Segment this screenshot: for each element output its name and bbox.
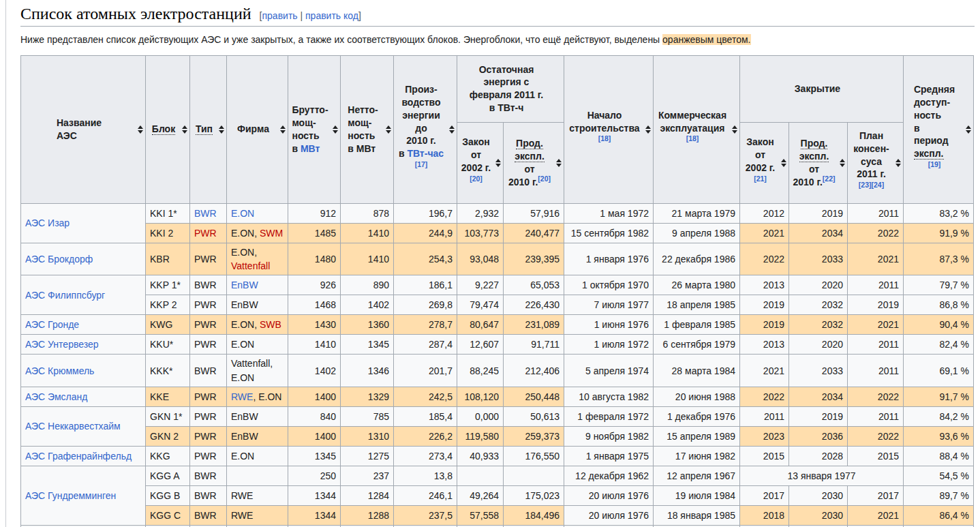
cell-commercial-operation: 26 марта 1980: [654, 275, 740, 295]
header-block[interactable]: Блок: [146, 55, 190, 203]
ref-link[interactable]: [20]: [470, 175, 483, 183]
cell-gross-power: 1400: [288, 387, 341, 406]
cell-consensus-plan: 2011: [848, 275, 904, 295]
firm-link[interactable]: SWB: [260, 319, 281, 330]
edit-source-link[interactable]: править код: [305, 10, 358, 21]
header-construction-start[interactable]: Начало строительства [18]: [564, 55, 654, 203]
cell-residual-extension: 50,613: [504, 406, 564, 426]
header-production[interactable]: Произ- водство энергии до 2010 г. в ТВт-…: [394, 55, 457, 203]
cell-gross-power: 1485: [288, 223, 341, 243]
cell-firm: Vattenfall, E.ON: [227, 355, 288, 387]
plant-link[interactable]: АЭС Крюммель: [25, 365, 94, 376]
table-row: АЭС ГрондеKWGPWRE.ON, SWB14301360278,780…: [21, 315, 974, 335]
header-closure-law-2002[interactable]: Закон от 2002 г. [21]: [740, 122, 789, 203]
table-row: АЭС ИзарKKI 1*BWRE.ON912878196,72,93257,…: [21, 203, 974, 223]
ref-link[interactable]: [22]: [823, 175, 836, 183]
table-row: KKI 2PWRE.ON, SWM14851410244,9103,773240…: [21, 223, 974, 243]
plants-table: Название АЭС Блок Тип Фирма: [20, 55, 974, 527]
cell-closure-law: 2011: [740, 406, 789, 426]
header-plant-name[interactable]: Название АЭС: [21, 55, 146, 203]
firm-link[interactable]: Vattenfall: [231, 260, 270, 271]
firm-link[interactable]: SWM: [260, 228, 283, 239]
cell-firm: EnBW: [227, 406, 288, 426]
cell-residual-law: 49,264: [457, 485, 504, 505]
sort-arrow-icon: [449, 125, 455, 134]
plant-link[interactable]: АЭС Брокдорф: [25, 254, 93, 265]
firm-text: EnBW: [231, 431, 258, 442]
cell-type: BWR: [190, 485, 227, 505]
plant-link[interactable]: АЭС Гронде: [25, 319, 79, 330]
reactor-type-link[interactable]: BWR: [194, 208, 217, 219]
sort-arrow-icon: [280, 125, 286, 134]
content-left-border: [5, 0, 6, 527]
header-consensus-plan-2011[interactable]: План консен- суса 2011 г. [23][24]: [848, 122, 904, 203]
cell-consensus-plan: 2021: [848, 505, 904, 525]
cell-block: KKK*: [146, 355, 190, 387]
firm-text: E.ON,: [231, 319, 260, 330]
cell-net-power: 1310: [341, 426, 394, 446]
plant-link[interactable]: АЭС Унтервезер: [25, 339, 99, 350]
header-residual-law-2002[interactable]: Закон от 2002 г. [20]: [457, 122, 504, 203]
header-gross-power[interactable]: Брутто- мощ- ность в МВт: [288, 55, 341, 203]
mw-link[interactable]: МВт: [301, 143, 320, 154]
ref-link[interactable]: [19]: [928, 161, 941, 169]
firm-text: Vattenfall, E.ON: [231, 358, 273, 382]
firm-link[interactable]: EnBW: [231, 280, 258, 290]
cell-closure-law: 2012: [740, 203, 789, 223]
cell-consensus-plan: 2011: [848, 355, 904, 387]
cell-production: 226,2: [394, 426, 457, 446]
cell-gross-power: 1400: [288, 426, 341, 446]
cell-commercial-operation: 17 июня 1982: [654, 446, 740, 466]
cell-construction-start: 12 декабря 1962: [564, 466, 654, 485]
cell-net-power: 1345: [341, 335, 394, 355]
header-type[interactable]: Тип: [190, 55, 227, 203]
plant-link[interactable]: АЭС Графенрайнфельд: [25, 451, 132, 462]
cell-net-power: 1346: [341, 355, 394, 387]
plant-link[interactable]: АЭС Филиппсбург: [25, 290, 105, 301]
cell-residual-law: 88,245: [457, 355, 504, 387]
cell-firm: E.ON: [227, 446, 288, 466]
cell-block: KKI 2: [146, 223, 190, 243]
ref-link[interactable]: [24]: [872, 181, 885, 190]
ref-link[interactable]: [23]: [859, 181, 872, 190]
ref-link[interactable]: [21]: [754, 175, 767, 183]
reactor-type-link[interactable]: PWR: [194, 228, 217, 239]
plant-link[interactable]: АЭС Неккарвестхайм: [25, 421, 121, 432]
header-closure-extension-2010[interactable]: Прод. экспл. от 2010 г.[22]: [789, 122, 848, 203]
twt-link[interactable]: ТВт-час: [407, 148, 444, 159]
reactor-type-text: PWR: [194, 431, 217, 442]
firm-text: E.ON,: [231, 247, 257, 258]
cell-availability: 89,7 %: [904, 485, 974, 505]
cell-type: PWR: [190, 243, 227, 275]
cell-firm: EnBW: [227, 426, 288, 446]
ref-link[interactable]: [18]: [686, 135, 699, 143]
plant-link[interactable]: АЭС Изар: [25, 217, 70, 228]
cell-type: PWR: [190, 446, 227, 466]
firm-link[interactable]: E.ON: [231, 208, 254, 219]
header-residual-extension-2010[interactable]: Прод. экспл. от 2010 г.[20]: [504, 122, 564, 203]
table-row: АЭС УнтервезерKKU*PWRE.ON14101345287,412…: [21, 335, 974, 355]
cell-block: KKE: [146, 387, 190, 406]
header-firm[interactable]: Фирма: [227, 55, 288, 203]
reactor-type-text: PWR: [194, 339, 217, 350]
ref-link[interactable]: [17]: [415, 161, 428, 169]
edit-link[interactable]: править: [262, 10, 297, 21]
cell-construction-start: 9 ноября 1982: [564, 426, 654, 446]
reactor-type-text: PWR: [194, 411, 217, 422]
header-commercial-operation[interactable]: Коммерческая эксплуатация [18]: [654, 55, 740, 203]
cell-residual-law: 79,474: [457, 295, 504, 315]
header-availability[interactable]: Средняя доступ- ность в период экспл. [1…: [904, 55, 974, 203]
plant-link[interactable]: АЭС Гундремминген: [25, 490, 116, 501]
cell-residual-law: 108,120: [457, 387, 504, 406]
firm-text: E.ON: [231, 451, 254, 462]
firm-link[interactable]: RWE: [231, 391, 253, 402]
cell-production: 246,1: [394, 485, 457, 505]
header-net-power[interactable]: Нетто- мощ- ность в МВт: [341, 55, 394, 203]
cell-availability: 91,7 %: [904, 387, 974, 406]
cell-residual-law: [457, 466, 504, 485]
ref-link[interactable]: [18]: [598, 135, 611, 143]
plant-link[interactable]: АЭС Эмсланд: [25, 391, 87, 402]
ref-link[interactable]: [20]: [538, 175, 551, 183]
table-row: АЭС ЭмсландKKEPWRRWE, E.ON14001329242,51…: [21, 387, 974, 406]
cell-closure-law: 2022: [740, 243, 789, 275]
